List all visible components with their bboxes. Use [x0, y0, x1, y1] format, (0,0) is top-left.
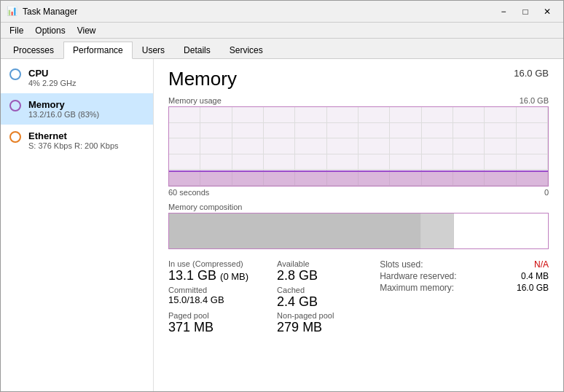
- tab-processes[interactable]: Processes: [4, 41, 63, 58]
- chart-label: Memory usage: [168, 96, 222, 105]
- cpu-sub: 4% 2.29 GHz: [28, 79, 76, 87]
- minimize-button[interactable]: −: [493, 4, 514, 20]
- stats-container: In use (Compressed) 13.1 GB (0 MB) Avail…: [168, 259, 549, 336]
- stat-hw-reserved-value: 0.4 MB: [521, 271, 549, 281]
- stat-cached: Cached 2.4 GB: [277, 286, 371, 310]
- stat-max-mem-label: Maximum memory:: [380, 283, 454, 293]
- sidebar-item-ethernet[interactable]: Ethernet S: 376 Kbps R: 200 Kbps: [1, 125, 153, 156]
- chart-fill: [169, 172, 548, 186]
- stat-committed-value: 15.0/18.4 GB: [168, 294, 262, 306]
- memory-sub: 13.2/16.0 GB (83%): [28, 110, 99, 119]
- sidebar-item-cpu[interactable]: CPU 4% 2.29 GHz: [1, 62, 153, 93]
- cpu-title: CPU: [28, 68, 76, 79]
- panel-title: Memory: [168, 68, 237, 90]
- tab-services[interactable]: Services: [220, 41, 273, 58]
- stat-committed: Committed 15.0/18.4 GB: [168, 286, 262, 310]
- maximize-button[interactable]: □: [515, 4, 536, 20]
- stat-in-use-label: In use (Compressed): [168, 259, 262, 268]
- stat-nonpaged-value: 279 MB: [277, 320, 371, 336]
- ethernet-sub: S: 376 Kbps R: 200 Kbps: [28, 141, 119, 150]
- sidebar: CPU 4% 2.29 GHz Memory 13.2/16.0 GB (83%…: [1, 59, 154, 391]
- tab-details[interactable]: Details: [174, 41, 220, 58]
- stat-available-label: Available: [277, 259, 371, 268]
- chart-time-left: 60 seconds: [168, 188, 209, 197]
- memory-dot: [9, 100, 21, 111]
- stat-max-mem-value: 16.0 GB: [517, 283, 549, 293]
- stat-max-mem-row: Maximum memory: 16.0 GB: [380, 283, 549, 293]
- memory-title: Memory: [28, 99, 99, 110]
- memory-usage-chart: [168, 106, 549, 187]
- tab-users[interactable]: Users: [133, 41, 174, 58]
- stat-paged-label: Paged pool: [168, 311, 262, 320]
- stat-hw-reserved-label: Hardware reserved:: [380, 271, 456, 281]
- stat-hw-reserved-row: Hardware reserved: 0.4 MB: [380, 271, 549, 281]
- stat-slots-label: Slots used:: [380, 259, 423, 270]
- menu-view[interactable]: View: [71, 24, 102, 37]
- chart-time-right: 0: [544, 188, 549, 197]
- close-button[interactable]: ✕: [537, 4, 557, 20]
- stat-cached-label: Cached: [277, 286, 371, 294]
- stat-available-value: 2.8 GB: [277, 268, 371, 284]
- menu-bar: File Options View: [1, 23, 563, 39]
- chart-right-label: 16.0 GB: [520, 96, 549, 105]
- stat-paged: Paged pool 371 MB: [168, 311, 262, 336]
- stat-nonpaged-label: Non-paged pool: [277, 311, 371, 320]
- main-content: CPU 4% 2.29 GHz Memory 13.2/16.0 GB (83%…: [1, 59, 563, 391]
- stat-slots-row: Slots used: N/A: [380, 259, 549, 270]
- comp-free: [453, 213, 549, 248]
- stat-in-use-value: 13.1 GB (0 MB): [168, 268, 262, 284]
- stat-paged-value: 371 MB: [168, 320, 262, 336]
- sidebar-item-memory[interactable]: Memory 13.2/16.0 GB (83%): [1, 93, 153, 125]
- title-bar: 📊 Task Manager − □ ✕: [1, 1, 563, 23]
- panel-total: 16.0 GB: [514, 68, 549, 79]
- ethernet-dot: [9, 131, 21, 143]
- comp-standby: [420, 213, 453, 248]
- main-panel: Memory 16.0 GB Memory usage 16.0 GB: [154, 59, 563, 391]
- stat-in-use: In use (Compressed) 13.1 GB (0 MB): [168, 259, 262, 284]
- stat-nonpaged: Non-paged pool 279 MB: [277, 311, 371, 336]
- chart-label-row: Memory usage 16.0 GB: [168, 96, 549, 105]
- window-title: Task Manager: [23, 7, 493, 17]
- task-manager-window: 📊 Task Manager − □ ✕ File Options View P…: [0, 0, 564, 392]
- app-icon: 📊: [7, 6, 18, 17]
- ethernet-title: Ethernet: [28, 130, 119, 141]
- composition-section: Memory composition: [168, 203, 549, 249]
- main-header: Memory 16.0 GB: [168, 68, 549, 90]
- stat-slots-value: N/A: [534, 259, 549, 270]
- tab-performance[interactable]: Performance: [63, 42, 133, 59]
- usage-chart-section: Memory usage 16.0 GB: [168, 96, 549, 197]
- left-stats: In use (Compressed) 13.1 GB (0 MB) Avail…: [168, 259, 371, 336]
- cpu-dot: [9, 68, 21, 80]
- menu-options[interactable]: Options: [29, 24, 71, 37]
- menu-file[interactable]: File: [4, 24, 29, 37]
- composition-label: Memory composition: [168, 203, 549, 211]
- stat-available: Available 2.8 GB: [277, 259, 371, 284]
- window-controls: − □ ✕: [493, 4, 557, 20]
- right-stats: Slots used: N/A Hardware reserved: 0.4 M…: [380, 259, 549, 336]
- chart-time-row: 60 seconds 0: [168, 188, 549, 197]
- tabs-bar: Processes Performance Users Details Serv…: [1, 39, 563, 59]
- stat-committed-label: Committed: [168, 286, 262, 294]
- comp-used: [169, 213, 420, 248]
- stat-cached-value: 2.4 GB: [277, 294, 371, 310]
- chart-line: [169, 170, 548, 172]
- composition-chart: [168, 213, 549, 249]
